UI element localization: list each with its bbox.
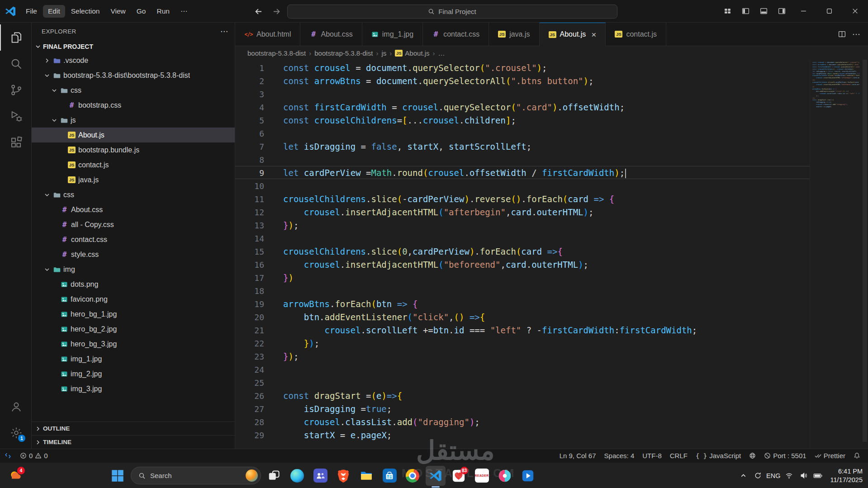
menu-more[interactable]: ⋯ [175, 5, 193, 18]
formatter-status[interactable]: Prettier [811, 449, 849, 462]
language-indicator[interactable]: ENG [766, 467, 780, 485]
code-line[interactable]: 3 [235, 87, 810, 100]
activity-search[interactable] [0, 51, 31, 77]
activity-run-debug[interactable] [0, 103, 31, 129]
tab-about-html[interactable]: </>About.html [235, 23, 300, 46]
tree-item-java-js[interactable]: JSjava.js [32, 172, 235, 187]
tree-item-img-1-jpg[interactable]: img_1.jpg [32, 351, 235, 366]
live-server-port[interactable]: Port : 5501 [760, 449, 810, 462]
toggle-secondary-sidebar-button[interactable] [773, 0, 791, 23]
minimize-button[interactable] [791, 0, 816, 23]
code-line[interactable]: 13}); [235, 218, 810, 232]
code-line[interactable]: 22 }); [235, 336, 810, 350]
tree-item-hero-bg-1-jpg[interactable]: hero_bg_1.jpg [32, 307, 235, 322]
activity-settings[interactable]: 1 [0, 420, 31, 446]
tree-item-bootstrap-bundle-js[interactable]: JSbootstrap.bundle.js [32, 142, 235, 157]
forward-button[interactable] [269, 4, 285, 19]
code-line[interactable]: 18 [235, 284, 810, 297]
volume-icon[interactable] [798, 467, 810, 485]
update-sync-icon[interactable] [752, 467, 764, 485]
menu-view[interactable]: View [105, 5, 130, 18]
toggle-sidebar-button[interactable] [736, 0, 754, 23]
tab-about-js[interactable]: JSAbout.js× [540, 23, 606, 46]
back-button[interactable] [251, 4, 266, 19]
breadcrumb-item[interactable]: … [438, 49, 445, 57]
timeline-section[interactable]: TIMELINE [32, 435, 235, 449]
clock[interactable]: 6:41 PM 11/17/2025 [830, 467, 865, 484]
code-line[interactable]: 15crouselChildrens.slice(0,cardPerView).… [235, 245, 810, 258]
taskbar-app-task-view[interactable] [264, 466, 284, 486]
code-line[interactable]: 16 crousel.insertAdjacentHTML("beforeend… [235, 258, 810, 271]
menu-edit[interactable]: Edit [43, 5, 65, 18]
tree-item-hero-bg-2-jpg[interactable]: hero_bg_2.jpg [32, 322, 235, 336]
tab-img-1-jpg[interactable]: img_1.jpg [362, 23, 423, 46]
taskbar-app-paint[interactable] [495, 466, 515, 486]
tree-item-css[interactable]: css [32, 187, 235, 202]
taskbar-search[interactable]: Search [131, 467, 261, 484]
code-line[interactable]: 7let isDragging = false, startX, startSc… [235, 140, 810, 153]
tree-item-bootstrap-css[interactable]: #bootstrap.css [32, 98, 235, 113]
code-line[interactable]: 20 btn.addEventListener("click",() =>{ [235, 310, 810, 323]
menu-run[interactable]: Run [152, 5, 174, 18]
taskbar-app-vscode[interactable] [426, 466, 446, 486]
code-line[interactable]: 26const dragStart =(e)=>{ [235, 389, 810, 402]
tree-item-style-css[interactable]: #style.css [32, 247, 235, 262]
taskbar-app-brave[interactable] [333, 466, 353, 486]
taskbar-app-chrome[interactable] [403, 466, 422, 486]
code-line[interactable]: 25 [235, 376, 810, 389]
explorer-more-button[interactable]: ⋯ [220, 27, 228, 36]
tree-item-img-3-jpg[interactable]: img_3.jpg [32, 381, 235, 396]
tab-contact-js[interactable]: JScontact.js [606, 23, 666, 46]
code-line[interactable]: 4const firstCardWidth = crousel.querySel… [235, 100, 810, 114]
browser-status[interactable] [745, 449, 760, 462]
code-line[interactable]: 10 [235, 179, 810, 192]
tree-item-all-copy-css[interactable]: #all - Copy.css [32, 217, 235, 232]
tab-java-js[interactable]: JSjava.js [489, 23, 539, 46]
tree-item-about-css[interactable]: #About.css [32, 202, 235, 217]
menu-go[interactable]: Go [132, 5, 151, 18]
tree-item-about-js[interactable]: JSAbout.js [32, 128, 235, 142]
activity-account[interactable] [0, 393, 31, 420]
encoding[interactable]: UTF-8 [638, 449, 666, 462]
tree-item-hero-bg-3-jpg[interactable]: hero_bg_3.jpg [32, 336, 235, 351]
code-line[interactable]: 12 crousel.insertAdjacentHTML("afterbegi… [235, 205, 810, 218]
code-area[interactable]: 1const crousel = document.querySelector(… [235, 60, 810, 449]
code-line[interactable]: 5const crouselChildrens=[...crousel.chil… [235, 114, 810, 127]
code-line[interactable]: 27 isDragging =true; [235, 402, 810, 415]
taskbar-app-edge[interactable] [287, 466, 307, 486]
tree-item-img[interactable]: img [32, 262, 235, 277]
code-line[interactable]: 1const crousel = document.querySelector(… [235, 61, 810, 74]
taskbar-app-store[interactable] [379, 466, 399, 486]
more-actions-icon[interactable]: ⋯ [852, 29, 861, 39]
code-line[interactable]: 23}); [235, 350, 810, 363]
activity-extensions[interactable] [0, 129, 31, 156]
code-line[interactable]: 11crouselChildrens.slice(-cardPerView).r… [235, 192, 810, 205]
eol-setting[interactable]: CRLF [666, 449, 692, 462]
tree-item-vscode[interactable]: .vscode [32, 53, 235, 68]
problems-indicator[interactable]: 0 0 [16, 449, 52, 462]
tree-item-img-2-jpg[interactable]: img_2.jpg [32, 366, 235, 381]
editor-scrollbar[interactable] [862, 60, 868, 449]
taskbar-app-reader[interactable]: READER [472, 466, 492, 486]
breadcrumb-item[interactable]: bootstrap-5.3.8-dist [314, 49, 373, 57]
remote-indicator[interactable] [0, 449, 16, 462]
close-button[interactable] [842, 0, 868, 23]
maximize-button[interactable] [816, 0, 842, 23]
taskbar-app-teams[interactable] [310, 466, 330, 486]
tree-item-bootstrap-5-3-8-dist-bootstrap-5-3-8-dist[interactable]: bootstrap-5.3.8-dist\bootstrap-5.3.8-dis… [32, 68, 235, 83]
taskbar-app-file-explorer[interactable] [356, 466, 376, 486]
code-line[interactable]: 8 [235, 153, 810, 166]
notifications-bell[interactable] [849, 449, 864, 462]
taskbar-app-red-app[interactable]: 83 [449, 466, 469, 486]
project-section-header[interactable]: FINAL PROJECT [32, 40, 235, 53]
split-editor-icon[interactable] [838, 30, 846, 38]
command-center[interactable]: Final Project [287, 5, 617, 19]
tree-item-contact-js[interactable]: JScontact.js [32, 157, 235, 172]
cursor-position[interactable]: Ln 9, Col 67 [555, 449, 600, 462]
battery-icon[interactable] [812, 467, 824, 485]
outline-section[interactable]: OUTLINE [32, 422, 235, 435]
breadcrumb-item[interactable]: bootstrap-5.3.8-dist [247, 49, 306, 57]
breadcrumb-item[interactable]: JSAbout.js [395, 49, 429, 57]
customize-layout-button[interactable] [718, 0, 736, 23]
toggle-panel-button[interactable] [754, 0, 773, 23]
